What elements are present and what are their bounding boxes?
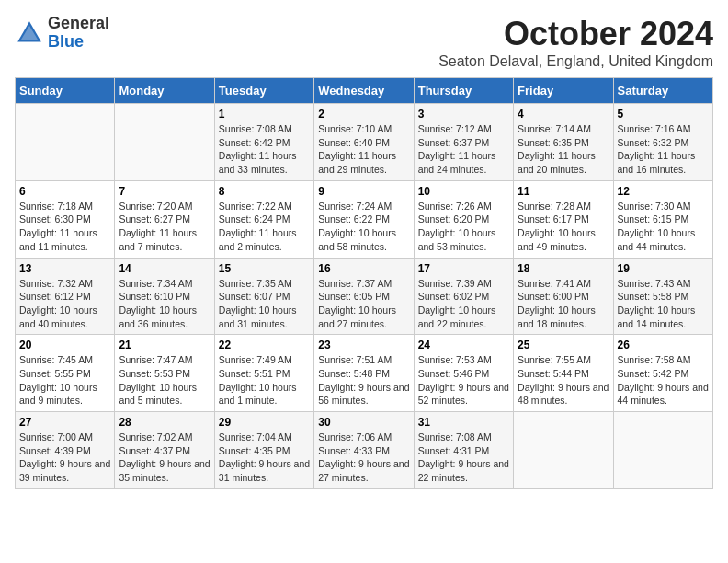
week-row-1: 1Sunrise: 7:08 AMSunset: 6:42 PMDaylight…: [16, 104, 713, 181]
week-row-2: 6Sunrise: 7:18 AMSunset: 6:30 PMDaylight…: [16, 180, 713, 258]
title-block: October 2024 Seaton Delaval, England, Un…: [438, 15, 713, 70]
day-info: Sunrise: 7:41 AMSunset: 6:00 PMDaylight:…: [518, 277, 609, 331]
day-cell: 25Sunrise: 7:55 AMSunset: 5:44 PMDayligh…: [514, 335, 613, 412]
day-cell: 18Sunrise: 7:41 AMSunset: 6:00 PMDayligh…: [514, 258, 613, 335]
day-info: Sunrise: 7:47 AMSunset: 5:53 PMDaylight:…: [119, 353, 210, 408]
day-number: 10: [418, 185, 509, 198]
day-info: Sunrise: 7:35 AMSunset: 6:07 PMDaylight:…: [219, 277, 310, 331]
day-info: Sunrise: 7:55 AMSunset: 5:44 PMDaylight:…: [518, 353, 609, 408]
day-cell: 10Sunrise: 7:26 AMSunset: 6:20 PMDayligh…: [414, 180, 513, 258]
day-info: Sunrise: 7:49 AMSunset: 5:51 PMDaylight:…: [219, 353, 310, 408]
day-info: Sunrise: 7:24 AMSunset: 6:22 PMDaylight:…: [318, 200, 409, 254]
day-number: 30: [318, 416, 409, 429]
day-cell: 15Sunrise: 7:35 AMSunset: 6:07 PMDayligh…: [214, 258, 313, 335]
day-cell: [16, 104, 115, 181]
day-cell: 17Sunrise: 7:39 AMSunset: 6:02 PMDayligh…: [414, 258, 513, 335]
day-cell: 28Sunrise: 7:02 AMSunset: 4:37 PMDayligh…: [115, 412, 214, 489]
header-thursday: Thursday: [414, 78, 513, 104]
day-number: 4: [518, 108, 609, 121]
day-info: Sunrise: 7:58 AMSunset: 5:42 PMDaylight:…: [618, 353, 709, 408]
day-number: 6: [19, 185, 110, 198]
day-info: Sunrise: 7:08 AMSunset: 6:42 PMDaylight:…: [219, 122, 310, 177]
day-cell: 14Sunrise: 7:34 AMSunset: 6:10 PMDayligh…: [115, 258, 214, 335]
logo-icon: [15, 18, 44, 48]
day-info: Sunrise: 7:08 AMSunset: 4:31 PMDaylight:…: [418, 431, 509, 485]
month-title: October 2024: [438, 15, 713, 53]
header-wednesday: Wednesday: [314, 78, 414, 104]
day-cell: 11Sunrise: 7:28 AMSunset: 6:17 PMDayligh…: [514, 180, 613, 258]
day-number: 28: [119, 416, 210, 429]
day-info: Sunrise: 7:39 AMSunset: 6:02 PMDaylight:…: [418, 277, 509, 331]
day-cell: 6Sunrise: 7:18 AMSunset: 6:30 PMDaylight…: [16, 180, 115, 258]
day-info: Sunrise: 7:16 AMSunset: 6:32 PMDaylight:…: [618, 122, 709, 177]
day-number: 16: [318, 262, 409, 275]
day-cell: 5Sunrise: 7:16 AMSunset: 6:32 PMDaylight…: [613, 104, 712, 181]
day-number: 19: [618, 262, 709, 275]
calendar-table: SundayMondayTuesdayWednesdayThursdayFrid…: [15, 77, 713, 489]
day-info: Sunrise: 7:43 AMSunset: 5:58 PMDaylight:…: [618, 277, 709, 331]
day-info: Sunrise: 7:02 AMSunset: 4:37 PMDaylight:…: [119, 431, 210, 485]
day-cell: 8Sunrise: 7:22 AMSunset: 6:24 PMDaylight…: [214, 180, 313, 258]
day-number: 14: [119, 262, 210, 275]
week-row-4: 20Sunrise: 7:45 AMSunset: 5:55 PMDayligh…: [16, 335, 713, 412]
day-info: Sunrise: 7:30 AMSunset: 6:15 PMDaylight:…: [618, 200, 709, 254]
day-info: Sunrise: 7:00 AMSunset: 4:39 PMDaylight:…: [19, 431, 110, 485]
location: Seaton Delaval, England, United Kingdom: [438, 53, 713, 70]
header-saturday: Saturday: [613, 78, 712, 104]
day-number: 5: [618, 108, 709, 121]
day-cell: 23Sunrise: 7:51 AMSunset: 5:48 PMDayligh…: [314, 335, 414, 412]
header-sunday: Sunday: [16, 78, 115, 104]
day-number: 8: [219, 185, 310, 198]
day-number: 7: [119, 185, 210, 198]
day-cell: 20Sunrise: 7:45 AMSunset: 5:55 PMDayligh…: [16, 335, 115, 412]
day-number: 27: [19, 416, 110, 429]
day-info: Sunrise: 7:37 AMSunset: 6:05 PMDaylight:…: [318, 277, 409, 331]
day-cell: 13Sunrise: 7:32 AMSunset: 6:12 PMDayligh…: [16, 258, 115, 335]
calendar-header: SundayMondayTuesdayWednesdayThursdayFrid…: [16, 78, 713, 104]
day-info: Sunrise: 7:22 AMSunset: 6:24 PMDaylight:…: [219, 200, 310, 254]
day-info: Sunrise: 7:04 AMSunset: 4:35 PMDaylight:…: [219, 431, 310, 485]
day-number: 31: [418, 416, 509, 429]
header-friday: Friday: [514, 78, 613, 104]
day-cell: 12Sunrise: 7:30 AMSunset: 6:15 PMDayligh…: [613, 180, 712, 258]
header-monday: Monday: [115, 78, 214, 104]
day-number: 22: [219, 339, 310, 351]
day-cell: [115, 104, 214, 181]
header-row: SundayMondayTuesdayWednesdayThursdayFrid…: [16, 78, 713, 104]
day-cell: 24Sunrise: 7:53 AMSunset: 5:46 PMDayligh…: [414, 335, 513, 412]
day-cell: 31Sunrise: 7:08 AMSunset: 4:31 PMDayligh…: [414, 412, 513, 489]
day-cell: 3Sunrise: 7:12 AMSunset: 6:37 PMDaylight…: [414, 104, 513, 181]
day-number: 2: [318, 108, 409, 121]
day-cell: 29Sunrise: 7:04 AMSunset: 4:35 PMDayligh…: [214, 412, 313, 489]
day-number: 25: [518, 339, 609, 351]
day-cell: 1Sunrise: 7:08 AMSunset: 6:42 PMDaylight…: [214, 104, 313, 181]
day-number: 20: [19, 339, 110, 351]
day-info: Sunrise: 7:14 AMSunset: 6:35 PMDaylight:…: [518, 122, 609, 177]
day-number: 23: [318, 339, 409, 351]
day-info: Sunrise: 7:32 AMSunset: 6:12 PMDaylight:…: [19, 277, 110, 331]
calendar-body: 1Sunrise: 7:08 AMSunset: 6:42 PMDaylight…: [16, 104, 713, 489]
day-info: Sunrise: 7:10 AMSunset: 6:40 PMDaylight:…: [318, 122, 409, 177]
day-cell: 9Sunrise: 7:24 AMSunset: 6:22 PMDaylight…: [314, 180, 414, 258]
day-info: Sunrise: 7:18 AMSunset: 6:30 PMDaylight:…: [19, 200, 110, 254]
day-info: Sunrise: 7:51 AMSunset: 5:48 PMDaylight:…: [318, 353, 409, 408]
day-number: 1: [219, 108, 310, 121]
day-info: Sunrise: 7:20 AMSunset: 6:27 PMDaylight:…: [119, 200, 210, 254]
day-info: Sunrise: 7:34 AMSunset: 6:10 PMDaylight:…: [119, 277, 210, 331]
day-info: Sunrise: 7:26 AMSunset: 6:20 PMDaylight:…: [418, 200, 509, 254]
day-cell: 26Sunrise: 7:58 AMSunset: 5:42 PMDayligh…: [613, 335, 712, 412]
day-info: Sunrise: 7:12 AMSunset: 6:37 PMDaylight:…: [418, 122, 509, 177]
day-info: Sunrise: 7:53 AMSunset: 5:46 PMDaylight:…: [418, 353, 509, 408]
header-tuesday: Tuesday: [214, 78, 313, 104]
day-cell: 7Sunrise: 7:20 AMSunset: 6:27 PMDaylight…: [115, 180, 214, 258]
day-cell: [613, 412, 712, 489]
day-info: Sunrise: 7:06 AMSunset: 4:33 PMDaylight:…: [318, 431, 409, 485]
logo: General Blue: [15, 15, 109, 52]
day-number: 29: [219, 416, 310, 429]
day-cell: [514, 412, 613, 489]
day-cell: 16Sunrise: 7:37 AMSunset: 6:05 PMDayligh…: [314, 258, 414, 335]
day-cell: 2Sunrise: 7:10 AMSunset: 6:40 PMDaylight…: [314, 104, 414, 181]
day-cell: 27Sunrise: 7:00 AMSunset: 4:39 PMDayligh…: [16, 412, 115, 489]
day-info: Sunrise: 7:28 AMSunset: 6:17 PMDaylight:…: [518, 200, 609, 254]
week-row-3: 13Sunrise: 7:32 AMSunset: 6:12 PMDayligh…: [16, 258, 713, 335]
